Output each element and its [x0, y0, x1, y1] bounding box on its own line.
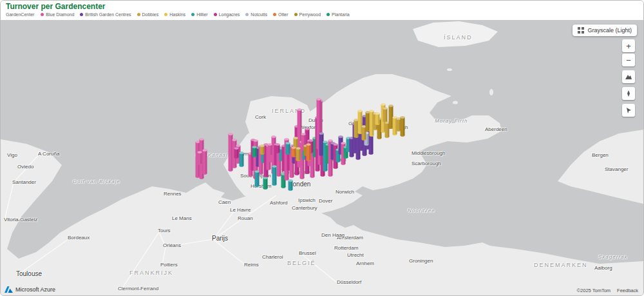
map-label-rotterdam: Rotterdam	[334, 245, 358, 251]
pan-arrow-icon	[625, 106, 632, 114]
legend-item[interactable]: Notcutts	[245, 12, 267, 17]
legend-item-label: Haskins	[169, 12, 185, 17]
map-label-moray-firth: Moray Firth	[435, 118, 468, 124]
legend-item[interactable]: Haskins	[164, 12, 185, 17]
map-label-dublin: Dublin	[308, 117, 323, 123]
map-label-wexford: Wexford	[299, 124, 319, 130]
legend-swatch-icon	[164, 13, 167, 16]
map-label-utrecht: Utrecht	[347, 252, 364, 258]
map-label-horsham: Horsham	[251, 183, 271, 189]
map-label-ierland: IERLAND	[272, 108, 306, 114]
map-label-rennes: Rennes	[164, 191, 182, 197]
map-label-poitiers: Poitiers	[160, 262, 178, 268]
map-label-northampton: Northampton	[281, 170, 311, 175]
legend-item[interactable]: Hillier	[191, 12, 208, 17]
azure-logo-icon	[5, 286, 13, 293]
map-label-manchester: Manchester	[341, 144, 368, 150]
legend-item[interactable]: Otter	[273, 12, 289, 17]
map-label-belgi-: BELGIË	[287, 260, 316, 266]
legend-item[interactable]: Perrywood	[294, 12, 321, 17]
map-label-canterbury: Canterbury	[292, 205, 317, 211]
report-header: Turnover per Gardencenter GardenCenter B…	[1, 1, 643, 20]
legend-item-label: Blue Diamond	[46, 12, 74, 17]
map-label-bordeaux: Bordeaux	[68, 235, 90, 241]
map-label-oviedo: Oviedo	[17, 164, 33, 170]
map-label-plymouth: Plymouth	[238, 151, 259, 157]
map-label-aalborg: Aalborg	[594, 265, 612, 271]
azure-logo-label: Microsoft Azure	[15, 286, 55, 293]
legend-swatch-icon	[245, 13, 249, 16]
zoom-in-button[interactable]: +	[622, 39, 635, 52]
map-labels-layer: ÍSLANDIERLANDFRANKRIJKBELGIËDENEMARKENMo…	[1, 20, 643, 295]
map-label-reims: Reims	[244, 262, 259, 268]
legend-item[interactable]: Dobbies	[137, 12, 159, 17]
map-label-golf-van-biskaje: Golf van Biskaje	[73, 179, 120, 184]
map-label-cork: Cork	[255, 114, 266, 120]
map-label-middlesbrough: Middlesbrough	[412, 150, 445, 156]
legend-swatch-icon	[137, 13, 140, 16]
legend-swatch-icon	[294, 13, 298, 16]
report-card: Turnover per Gardencenter GardenCenter B…	[0, 0, 644, 296]
legend-item[interactable]: Plantaria	[327, 12, 350, 17]
legend-item[interactable]: British Garden Centres	[80, 12, 131, 17]
map-label-vigo: Vigo	[7, 152, 17, 158]
map-label-het-kanaal: Het Kanaal	[196, 152, 228, 158]
grid-icon	[578, 27, 584, 34]
map-label-brussel: Brussel	[299, 250, 316, 256]
legend-swatch-icon	[214, 13, 217, 16]
map-label-bergen: Bergen	[592, 152, 609, 158]
map-style-label: Grayscale (Light)	[587, 27, 632, 34]
map-label-tours: Tours	[158, 228, 171, 233]
map-label-vitoria-gasteiz: Vitoria-Gasteiz	[4, 217, 37, 222]
copyright-text: ©2025 TomTom	[577, 288, 611, 293]
legend-item-label: Dobbies	[142, 12, 159, 17]
map-label-santander: Santander	[12, 179, 36, 185]
map-label-clermont-ferrand: Clermont-Ferrand	[118, 286, 158, 291]
legend-swatch-icon	[41, 13, 44, 16]
legend-item-label: Hillier	[196, 12, 208, 17]
legend: GardenCenter Blue DiamondBritish Garden …	[6, 12, 638, 17]
legend-item-label: Plantaria	[332, 12, 350, 17]
legend-item-label: British Garden Centres	[85, 12, 131, 17]
legend-items: Blue DiamondBritish Garden CentresDobbie…	[41, 12, 349, 17]
map-label-birmingham: Birmingham	[319, 157, 346, 163]
feedback-link[interactable]: Feedback	[617, 288, 638, 293]
map-label-edinburgh: Edinburgh	[384, 124, 408, 130]
map-label-orl-ans: Orléans	[163, 242, 181, 248]
map-label-parijs: Parijs	[212, 235, 228, 242]
map-label-stavanger: Stavanger	[605, 166, 628, 172]
legend-swatch-icon	[80, 13, 83, 16]
map-label-d-sseldorf: Düsseldorf	[337, 279, 361, 285]
map-label-denemarken: DENEMARKEN	[534, 262, 588, 268]
report-title: Turnover per Gardencenter	[6, 3, 638, 11]
zoom-out-button[interactable]: −	[622, 54, 635, 66]
map-canvas[interactable]: ÍSLANDIERLANDFRANKRIJKBELGIËDENEMARKENMo…	[1, 20, 643, 295]
map-style-picker[interactable]: Grayscale (Light)	[573, 25, 637, 36]
map-label-dover: Dover	[319, 198, 332, 204]
pitch-button[interactable]	[622, 70, 635, 83]
pan-button[interactable]	[622, 104, 635, 117]
map-label-caen: Caen	[218, 199, 231, 205]
compass-button[interactable]	[622, 87, 635, 100]
mountain-icon	[625, 73, 632, 81]
map-label-den-haag: Den Haag	[321, 232, 345, 238]
legend-item-label: Notcutts	[251, 12, 267, 17]
legend-swatch-icon	[327, 13, 330, 16]
map-label-southampton: Southampton	[240, 173, 271, 179]
map-label-ipswich: Ipswich	[298, 197, 316, 203]
map-label-aberdeen: Aberdeen	[485, 126, 507, 132]
map-label-le-mans: Le Mans	[172, 215, 192, 221]
legend-item-label: Perrywood	[299, 12, 321, 17]
legend-item[interactable]: Longacres	[214, 12, 240, 17]
map-label-a-coru-a: A Coruña	[38, 151, 59, 157]
map-label-arnhem: Arnhem	[356, 261, 374, 266]
legend-swatch-icon	[273, 13, 276, 16]
map-label--sland: ÍSLAND	[444, 34, 473, 41]
map-label-toulouse: Toulouse	[16, 270, 42, 277]
map-label-ashford: Ashford	[270, 200, 288, 206]
map-controls: + −	[622, 39, 635, 118]
legend-item-label: Longacres	[219, 12, 240, 17]
map-label-glasgow: Glasgow	[348, 121, 368, 126]
legend-item[interactable]: Blue Diamond	[41, 12, 74, 17]
map-label-charleroi: Charleroi	[262, 254, 283, 260]
